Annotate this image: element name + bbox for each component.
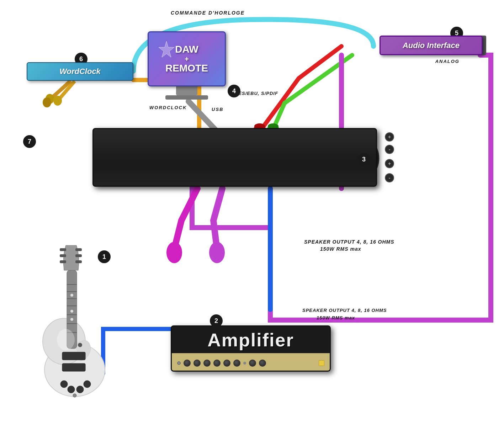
amp-knob-2	[193, 360, 201, 367]
amp-knob-5	[223, 360, 230, 367]
speaker-output-label: SPEAKER OUTPUT 4, 8, 16 OHMS 150W RMS ma…	[302, 307, 387, 322]
audio-interface-label: Audio Interface	[403, 41, 460, 50]
svg-rect-44	[60, 260, 66, 263]
diagram-container: + - + - Two notes AUDIO ENGINEERING CE F…	[0, 0, 504, 441]
svg-point-61	[68, 386, 75, 393]
amplifier-title: Amplifier	[207, 329, 294, 351]
badge-2: 2	[210, 314, 223, 327]
svg-point-8	[43, 97, 51, 107]
svg-rect-58	[62, 352, 85, 360]
amp-knob-3	[203, 360, 211, 367]
daw-line2: REMOTE	[165, 63, 208, 74]
amp-power-led	[319, 360, 324, 366]
amp-knob-6	[233, 360, 240, 367]
svg-rect-43	[60, 254, 66, 257]
amplifier-box: Amplifier	[171, 325, 331, 372]
svg-point-65	[78, 343, 82, 347]
svg-rect-42	[60, 248, 66, 251]
svg-point-1	[209, 242, 225, 263]
badge-3: 3	[357, 153, 370, 166]
daw-monitor: DAW + REMOTE	[148, 31, 226, 102]
guitar	[28, 235, 110, 413]
svg-text:+: +	[388, 134, 391, 140]
svg-rect-59	[62, 363, 85, 371]
commande-horloge-label: COMMANDE D'HORLOGE	[171, 10, 245, 16]
svg-text:SPEAKER OUTPUT 4, 8, 16 OHMS: SPEAKER OUTPUT 4, 8, 16 OHMS	[304, 239, 394, 245]
badge-1: 1	[98, 250, 111, 263]
amp-knob-1	[184, 360, 191, 367]
wordclock-connection-label: WORDCLOCK	[149, 105, 187, 110]
svg-point-64	[57, 329, 75, 350]
svg-point-63	[84, 381, 91, 388]
svg-rect-46	[75, 254, 82, 257]
amplifier-top: Amplifier	[172, 326, 330, 353]
usb-label: USB	[212, 107, 223, 112]
svg-point-55	[70, 294, 73, 297]
device-rack	[92, 128, 377, 187]
wordclock-box: WordClock	[27, 62, 133, 81]
svg-point-57	[70, 318, 73, 321]
svg-rect-47	[75, 260, 82, 263]
amplifier-controls	[172, 353, 330, 372]
svg-point-0	[166, 242, 182, 263]
amp-knob-7	[249, 360, 256, 367]
aes-ebu-label: AES/EBU, S/PDIF	[235, 91, 278, 96]
audio-interface-box: Audio Interface	[380, 36, 483, 55]
svg-point-56	[70, 310, 73, 313]
badge-7: 7	[23, 135, 36, 148]
amp-knob-4	[213, 360, 221, 367]
svg-text:-: -	[389, 175, 391, 181]
svg-text:150W RMS max: 150W RMS max	[320, 246, 361, 252]
svg-rect-45	[75, 248, 82, 251]
amp-knob-8	[259, 360, 266, 367]
svg-point-60	[60, 381, 68, 388]
svg-text:-: -	[389, 147, 391, 152]
svg-text:+: +	[388, 161, 391, 166]
svg-point-7	[53, 96, 62, 106]
svg-marker-38	[159, 41, 174, 57]
svg-point-66	[73, 394, 76, 397]
wordclock-label: WordClock	[59, 67, 101, 76]
analog-label: ANALOG	[435, 59, 460, 64]
svg-point-62	[76, 386, 84, 393]
